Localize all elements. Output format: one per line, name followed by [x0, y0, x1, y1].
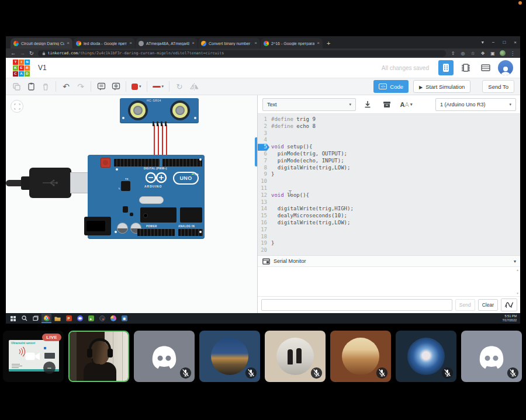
code-line[interactable]: 9}	[258, 171, 520, 178]
board-select[interactable]: 1 (Arduino Uno R3)	[435, 98, 516, 111]
design-version-title[interactable]: V1	[38, 64, 47, 72]
task-view-button[interactable]	[30, 314, 40, 323]
graph-view-button[interactable]	[501, 298, 517, 311]
collapse-chevron-icon[interactable]	[514, 259, 516, 264]
scroll-up-arrow[interactable]	[516, 268, 519, 272]
participant-tile[interactable]	[265, 331, 326, 382]
code-line[interactable]: 15 dealyMicroseconds(10);	[258, 213, 520, 220]
tab-close-icon[interactable]	[254, 41, 257, 46]
taskbar-clock[interactable]: 5:51 PM 7/17/2022	[503, 314, 517, 322]
start-simulation-button[interactable]: Start Simulation	[413, 80, 470, 93]
browser-menu-icon[interactable]: ⋮	[510, 51, 515, 56]
circuit-canvas[interactable]: HC-SR04	[6, 95, 257, 313]
browser-tab[interactable]: led dioda - Google претрага	[73, 38, 135, 48]
user-avatar[interactable]	[498, 60, 513, 75]
edit-mode-select[interactable]: Text	[262, 98, 356, 111]
schematic-view-button[interactable]	[458, 60, 473, 75]
new-tab-button[interactable]	[327, 40, 330, 47]
zoom-to-fit-button[interactable]	[11, 100, 23, 113]
sensor-pin[interactable]	[157, 122, 158, 126]
code-line[interactable]: 18	[258, 234, 520, 241]
participant-tile[interactable]	[330, 331, 391, 382]
component-color-dropdown[interactable]	[132, 84, 141, 90]
taskbar-app-green-icon[interactable]: ▸	[86, 314, 96, 323]
participant-tile[interactable]	[199, 331, 260, 382]
code-line[interactable]: 10	[258, 178, 520, 185]
tab-search-icon[interactable]	[482, 40, 484, 45]
arduino-uno-board[interactable]: DIGITAL (PWM~) TX RX ON L ARDUINO	[88, 155, 205, 238]
code-line[interactable]: 17	[258, 227, 520, 234]
reset-button[interactable]	[101, 158, 110, 168]
start-button[interactable]	[8, 314, 18, 323]
code-editor[interactable]: 1#define trig 92#define echo 8345void se…	[258, 114, 520, 255]
usb-connector[interactable]	[29, 168, 71, 198]
webcam-tile-speaking[interactable]	[68, 331, 129, 382]
paste-icon[interactable]	[26, 82, 36, 91]
tab-close-icon[interactable]	[129, 41, 132, 46]
close-window-button[interactable]	[514, 40, 517, 45]
tab-close-icon[interactable]	[67, 41, 70, 46]
taskbar-discord-icon[interactable]	[75, 314, 85, 323]
bookmark-star-icon[interactable]: ☆	[470, 51, 476, 56]
extensions-icon[interactable]: ❖	[480, 51, 486, 56]
power-pin-header[interactable]	[137, 229, 175, 236]
code-line[interactable]: 1#define trig 9	[258, 116, 520, 123]
delete-icon[interactable]	[41, 82, 50, 91]
sensor-pin[interactable]	[153, 122, 154, 126]
minimize-button[interactable]	[492, 40, 495, 45]
text-size-dropdown[interactable]: AA	[399, 98, 414, 111]
code-line[interactable]: 2#define echo 8	[258, 123, 520, 130]
sensor-pin[interactable]	[165, 122, 167, 126]
serial-monitor-header[interactable]: Serial Monitor	[258, 255, 520, 267]
notes-icon[interactable]	[96, 82, 106, 91]
back-button[interactable]	[11, 50, 16, 56]
taskbar-paint-icon[interactable]	[108, 314, 118, 323]
tinkercad-logo[interactable]: T I N K E R C A D	[13, 60, 30, 77]
download-code-button[interactable]	[360, 98, 375, 111]
tab-close-icon[interactable]	[317, 41, 320, 46]
maximize-button[interactable]	[503, 40, 506, 45]
taskbar-search-button[interactable]	[19, 314, 29, 323]
taskbar-file-explorer-icon[interactable]	[53, 314, 63, 323]
code-line[interactable]: 19}	[258, 240, 520, 247]
mirror-flip-icon[interactable]	[189, 82, 199, 91]
code-line[interactable]: 16 digitalWrite(trig,LOW);	[258, 220, 520, 227]
browser-profile-avatar[interactable]	[500, 50, 506, 56]
wire-style-dropdown[interactable]	[153, 84, 164, 89]
zoom-lens-icon[interactable]: ◎	[460, 51, 466, 56]
rotate-icon[interactable]	[175, 82, 184, 91]
digital-pin-header[interactable]	[162, 159, 202, 166]
browser-tab[interactable]: Convert binary number 1110111	[198, 38, 260, 48]
sidebar-icon[interactable]: ▣	[490, 51, 496, 56]
breadboard-view-button[interactable]	[438, 60, 454, 75]
serial-input-field[interactable]	[261, 299, 452, 311]
code-line[interactable]: 11	[258, 185, 520, 192]
code-line[interactable]: 3	[258, 130, 520, 137]
taskbar-powerpoint-icon[interactable]: P	[64, 314, 74, 323]
code-line[interactable]: 13	[258, 199, 520, 206]
browser-tab[interactable]: Circuit design Daring Curcan-Mi	[11, 38, 72, 48]
screenshare-tile[interactable]: Ultrazvučni senzori LIVE	[3, 331, 64, 382]
code-line[interactable]: 20	[258, 247, 520, 254]
url-field[interactable]: tinkercad.com/things/2u4c1k1bF3r-daring-…	[38, 50, 446, 57]
annotation-visibility-icon[interactable]	[111, 82, 120, 91]
send-button[interactable]: Send	[455, 299, 475, 311]
taskbar-calculator-icon[interactable]: ▦	[119, 314, 129, 323]
tab-close-icon[interactable]	[192, 41, 195, 46]
clear-button[interactable]: Clear	[478, 299, 498, 311]
ultrasonic-sensor-hcsr04[interactable]: HC-SR04	[120, 98, 199, 123]
reload-button[interactable]	[29, 50, 34, 56]
code-line[interactable]: 5void setup(){	[258, 144, 520, 151]
code-line[interactable]: 4	[258, 137, 520, 144]
undo-icon[interactable]	[61, 82, 71, 91]
sensor-pin[interactable]	[161, 122, 162, 126]
scroll-down-arrow[interactable]	[516, 291, 519, 295]
code-button[interactable]: </> Code	[373, 80, 409, 93]
serial-output-area[interactable]	[258, 267, 520, 296]
participant-tile[interactable]	[134, 331, 195, 382]
more-options-button[interactable]	[43, 362, 56, 374]
libraries-button[interactable]	[379, 98, 394, 111]
send-to-button[interactable]: Send To	[482, 80, 514, 93]
participant-tile[interactable]	[461, 331, 522, 382]
browser-tab[interactable]: 2^16 - Google претрага	[261, 38, 323, 48]
